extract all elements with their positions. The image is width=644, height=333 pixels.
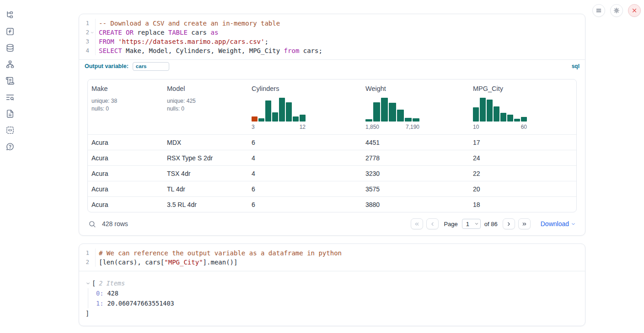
open-bracket: [ <box>92 278 96 288</box>
histogram-bar <box>265 100 271 122</box>
cylinders-histogram: 3 12 <box>252 98 306 130</box>
text-search-icon[interactable] <box>5 93 15 102</box>
menu-button[interactable] <box>592 4 605 17</box>
download-button[interactable]: Download <box>541 220 576 227</box>
column-nulls-stat: nulls: 0 <box>91 105 160 113</box>
python-code-editor[interactable]: 1 # We can reference the output variable… <box>79 244 585 271</box>
table-cell: 6 <box>248 201 362 208</box>
table-cell: Acura <box>88 154 163 162</box>
histogram-bar <box>258 118 264 122</box>
table-cell: 3230 <box>362 170 469 177</box>
table-row[interactable]: Acura3.5 RL 4dr6388018 <box>88 196 576 212</box>
hamburger-icon <box>596 7 602 14</box>
tree-entries: 0: 4281: 20.060747663551403 <box>88 288 579 308</box>
tree-entry-key: 1: <box>96 300 103 307</box>
gear-icon <box>613 7 620 14</box>
code-line: 2 CREATE OR replace TABLE cars as <box>79 28 585 37</box>
chevron-down-icon <box>571 222 576 227</box>
code-line: 2 [len(cars), cars["MPG_City"].mean()] <box>79 258 585 267</box>
close-icon <box>631 7 638 14</box>
shutdown-button[interactable] <box>628 4 641 17</box>
table-cell: 6 <box>248 185 362 193</box>
settings-button[interactable] <box>610 4 623 17</box>
histogram-bar <box>405 118 412 122</box>
tree-entry-value: 20.060747663551403 <box>103 300 174 307</box>
histogram-bar <box>521 117 527 122</box>
code-line: 3 FROM 'https://datasets.marimo.app/cars… <box>79 37 585 46</box>
table-row[interactable]: AcuraTL 4dr6357520 <box>88 181 576 196</box>
histogram-bar <box>389 103 396 122</box>
row-count: 428 rows <box>102 220 128 227</box>
column-header-weight[interactable]: Weight 1,850 7,190 <box>362 79 469 134</box>
collapse-chevron-icon[interactable] <box>86 281 91 286</box>
python-cell: 1 # We can reference the output variable… <box>79 243 585 326</box>
histogram-bar <box>286 102 292 122</box>
tree-entry-key: 0: <box>96 290 103 297</box>
table-row[interactable]: AcuraMDX6445117 <box>88 134 576 150</box>
tree-entry: 0: 428 <box>96 288 579 298</box>
table-row[interactable]: AcuraRSX Type S 2dr4277824 <box>88 150 576 165</box>
output-variable-input[interactable] <box>133 62 169 71</box>
table-cell: RSX Type S 2dr <box>163 154 248 162</box>
file-text-icon[interactable] <box>5 109 15 118</box>
code-text: CREATE OR replace TABLE cars as <box>96 28 218 37</box>
table-cell: 22 <box>469 170 576 177</box>
chevron-right-icon <box>506 221 512 227</box>
function-square-icon[interactable] <box>5 27 15 36</box>
database-icon[interactable] <box>5 43 15 53</box>
next-page-button[interactable] <box>503 218 515 229</box>
code-line: 4 SELECT Make, Model, Cylinders, Weight,… <box>79 46 585 55</box>
table-cell: 3880 <box>362 201 469 208</box>
histogram-bar <box>365 119 372 122</box>
previous-page-button[interactable] <box>426 218 439 229</box>
fold-chevron-icon[interactable] <box>90 30 95 35</box>
help-icon[interactable] <box>5 142 15 151</box>
table-cell: 17 <box>469 139 576 146</box>
histogram-bar <box>381 98 388 122</box>
column-header-make[interactable]: Make unique: 38 nulls: 0 <box>88 79 163 134</box>
column-label: Weight <box>365 85 466 92</box>
hist-min-label: 3 <box>252 124 255 130</box>
table-cell: Acura <box>88 170 163 177</box>
first-page-button[interactable] <box>411 218 423 229</box>
histogram-bar <box>293 116 299 122</box>
code-text: SELECT Make, Model, Cylinders, Weight, M… <box>96 46 322 55</box>
line-number: 2 <box>86 258 89 267</box>
search-icon[interactable] <box>88 220 96 228</box>
code-text: -- Download a CSV and create an in-memor… <box>96 19 280 28</box>
histogram-bar <box>300 115 306 122</box>
column-unique-stat: unique: 38 <box>91 97 160 105</box>
line-number: 4 <box>86 46 89 55</box>
table-cell: 24 <box>469 154 576 162</box>
table-header: Make unique: 38 nulls: 0 Model unique: 4… <box>88 79 576 134</box>
chevrons-right-icon <box>521 221 527 227</box>
table-row[interactable]: AcuraTSX 4dr4323022 <box>88 165 576 181</box>
page-select[interactable]: 1 <box>462 219 481 229</box>
table-cell: Acura <box>88 185 163 193</box>
column-header-mpg-city[interactable]: MPG_City 10 60 <box>469 79 576 134</box>
scroll-text-icon[interactable] <box>5 76 15 85</box>
code-text: [len(cars), cars["MPG_City"].mean()] <box>96 258 237 267</box>
column-header-model[interactable]: Model unique: 425 nulls: 0 <box>163 79 248 134</box>
histogram-bar <box>494 106 499 122</box>
items-count-label: 2 Items <box>99 278 125 288</box>
column-unique-stat: unique: 425 <box>167 97 244 105</box>
page-select-wrap: 1 <box>462 219 481 229</box>
last-page-button[interactable] <box>518 218 531 229</box>
table-cell: 4451 <box>362 139 469 146</box>
hist-min-label: 1,850 <box>365 124 379 130</box>
table-cell: 4 <box>248 154 362 162</box>
hist-min-label: 10 <box>473 124 479 130</box>
column-header-cylinders[interactable]: Cylinders 3 12 <box>248 79 362 134</box>
histogram-bar <box>373 102 380 122</box>
column-label: MPG_City <box>473 85 573 92</box>
file-tree-icon[interactable] <box>5 11 15 20</box>
table-cell: 6 <box>248 139 362 146</box>
sql-code-editor[interactable]: 1 -- Download a CSV and create an in-mem… <box>79 14 585 59</box>
table-cell: 18 <box>469 201 576 208</box>
histogram-bar <box>272 112 278 122</box>
pagination: Page 1 of 86 Download <box>411 218 576 229</box>
code-snippets-icon[interactable] <box>5 126 15 135</box>
histogram-bar <box>507 115 513 122</box>
dependency-graph-icon[interactable] <box>5 60 15 69</box>
